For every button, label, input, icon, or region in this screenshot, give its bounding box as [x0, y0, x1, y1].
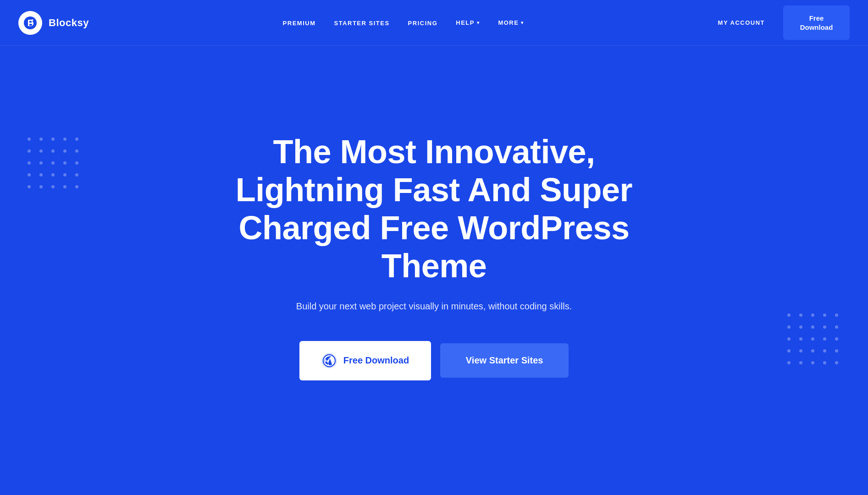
nav-menu: PREMIUM STARTER SITES PRICING HELP ▾ MOR…	[283, 19, 524, 27]
nav-link-pricing[interactable]: PRICING	[408, 20, 438, 27]
logo-icon[interactable]	[18, 11, 42, 35]
my-account-link[interactable]: MY ACCOUNT	[718, 19, 765, 26]
nav-item-pricing[interactable]: PRICING	[408, 19, 438, 27]
hero-free-download-button[interactable]: Free Download	[299, 341, 431, 380]
wordpress-icon	[321, 353, 337, 368]
nav-link-premium[interactable]: PREMIUM	[283, 20, 316, 27]
nav-item-help[interactable]: HELP ▾	[456, 19, 480, 26]
nav-free-download-button[interactable]: FreeDownload	[783, 6, 850, 40]
nav-item-more[interactable]: MORE ▾	[498, 19, 524, 26]
navbar: Blocksy PREMIUM STARTER SITES PRICING HE…	[0, 0, 868, 46]
hero-subtitle: Build your next web project visually in …	[296, 299, 572, 314]
hero-buttons: Free Download View Starter Sites	[299, 341, 569, 380]
nav-item-premium[interactable]: PREMIUM	[283, 19, 316, 27]
nav-item-starter-sites[interactable]: STARTER SITES	[334, 19, 389, 27]
dots-right-decoration	[787, 314, 840, 367]
hero-starter-sites-button[interactable]: View Starter Sites	[440, 343, 569, 378]
hero-section: The Most Innovative, Lightning Fast And …	[0, 46, 868, 458]
nav-link-more[interactable]: MORE ▾	[498, 19, 524, 26]
hero-download-label: Free Download	[343, 355, 409, 366]
logo-area: Blocksy	[18, 11, 89, 35]
navbar-right: MY ACCOUNT FreeDownload	[718, 6, 850, 40]
chevron-down-icon: ▾	[521, 20, 524, 25]
dots-left-decoration	[28, 138, 81, 191]
hero-title: The Most Innovative, Lightning Fast And …	[228, 133, 641, 285]
nav-link-starter-sites[interactable]: STARTER SITES	[334, 20, 389, 27]
brand-name: Blocksy	[49, 17, 89, 29]
chevron-down-icon: ▾	[477, 20, 480, 25]
nav-link-help[interactable]: HELP ▾	[456, 19, 480, 26]
